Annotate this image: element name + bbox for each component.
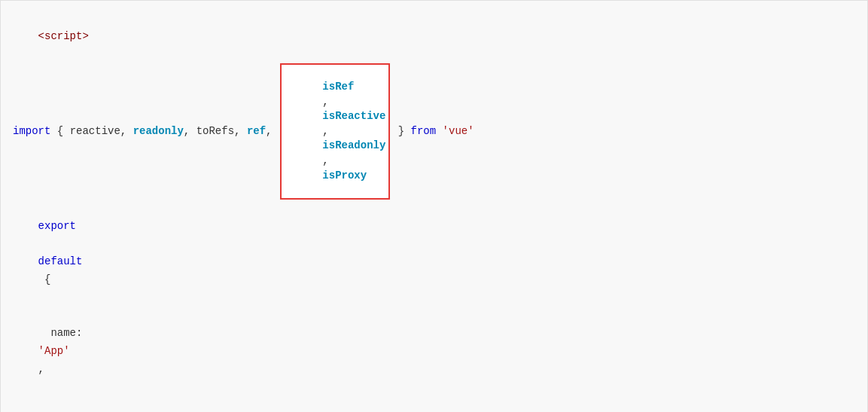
isRef-import: isRef — [322, 81, 354, 93]
import-readonly: readonly — [133, 123, 184, 141]
import-brace-close: } — [391, 123, 410, 141]
setup-line: setup () { — [13, 397, 855, 413]
import-highlighted-functions: isRef , isReactive , isReadonly , isProx… — [280, 63, 390, 199]
export-space — [38, 237, 44, 249]
default-keyword: default — [38, 255, 83, 267]
comma5: , — [322, 154, 335, 166]
script-tag-line: <script> — [13, 10, 855, 63]
import-ref: ref — [247, 123, 266, 141]
name-comma: , — [38, 363, 44, 375]
import-brace-open: { reactive, — [50, 123, 132, 141]
code-container: <script> import { reactive, readonly , t… — [0, 0, 868, 412]
name-line: name: 'App' , — [13, 307, 855, 397]
script-tag: <script> — [38, 30, 89, 42]
isReadonly-import: isReadonly — [322, 139, 385, 151]
comma4: , — [322, 125, 335, 137]
vue-module: 'vue' — [436, 123, 474, 141]
import-keyword: import — [13, 123, 50, 141]
isProxy-import: isProxy — [322, 169, 367, 182]
export-default-line: export default { — [13, 200, 855, 307]
import-comma2: , — [266, 123, 279, 141]
import-line: import { reactive, readonly , toRefs, re… — [13, 63, 855, 199]
import-comma1: , toRefs, — [184, 123, 247, 141]
comma3: , — [322, 96, 335, 108]
export-brace: { — [38, 273, 51, 285]
app-string: 'App' — [38, 345, 70, 357]
from-keyword: from — [411, 123, 437, 141]
isReactive-import: isReactive — [322, 110, 385, 122]
name-indent: name: — [38, 327, 89, 339]
export-keyword: export — [38, 220, 76, 232]
